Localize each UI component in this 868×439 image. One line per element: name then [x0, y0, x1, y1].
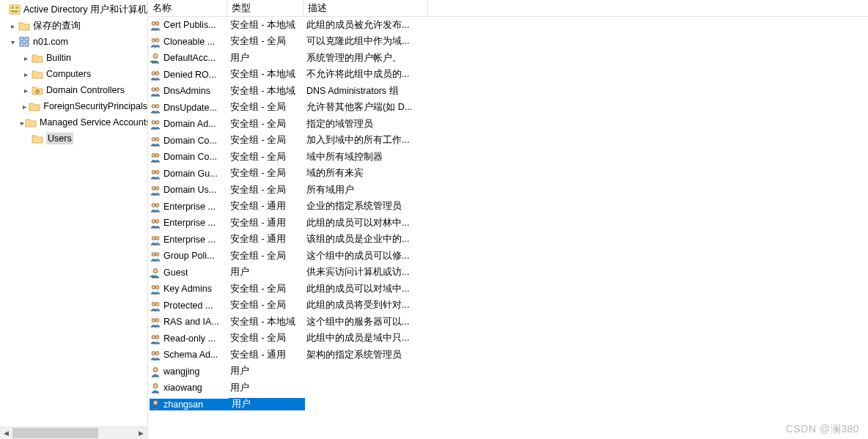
tree-item-label: n01.com [33, 37, 68, 47]
list-item-name: RAS and IA... [163, 317, 219, 327]
group-icon [150, 333, 161, 344]
list-item[interactable]: xiaowang用户 [148, 380, 868, 396]
list-item-type: 安全组 - 全局 [227, 283, 304, 295]
tree-item[interactable]: ▸Domain Controllers [0, 82, 147, 98]
list-item-description: 域中所有域控制器 [304, 151, 428, 163]
tree-item[interactable]: ▸Builtin [0, 50, 147, 66]
list-item[interactable]: Domain Gu...安全组 - 全局域的所有来宾 [148, 166, 868, 182]
list-item-description: 此组的成员可以对林中... [304, 217, 428, 229]
list-item[interactable]: DnsUpdate...安全组 - 全局允许替其他客户端(如 D... [148, 100, 868, 117]
list-item-name: Cloneable ... [163, 37, 215, 47]
list-item[interactable]: Enterprise ...安全组 - 通用该组的成员是企业中的... [148, 232, 868, 248]
app-root: Active Directory 用户和计算机▸保存的查询▾n01.com▸Bu… [0, 0, 868, 439]
group-icon [150, 19, 161, 31]
list-item[interactable]: Cloneable ...安全组 - 全局可以克隆此组中作为域... [148, 34, 868, 51]
group-icon [150, 168, 161, 180]
list-item[interactable]: Schema Ad...安全组 - 通用架构的指定系统管理员 [148, 347, 868, 364]
tree[interactable]: Active Directory 用户和计算机▸保存的查询▾n01.com▸Bu… [0, 0, 147, 147]
list-item[interactable]: Domain Ad...安全组 - 全局指定的域管理员 [148, 116, 868, 133]
tree-item[interactable]: ▸Computers [0, 66, 147, 82]
list-item-name: Enterprise ... [163, 218, 216, 228]
list-item-name: Guest [163, 268, 188, 278]
list-item-name: Enterprise ... [163, 235, 216, 245]
list-item-description: 此组的成员将受到针对... [304, 299, 428, 311]
list-item-name: Domain Ad... [163, 119, 216, 129]
list-item[interactable]: Domain Co...安全组 - 全局加入到域中的所有工作... [148, 133, 868, 150]
list-item-type: 安全组 - 通用 [227, 200, 304, 213]
ou-icon [32, 84, 43, 96]
list-item-type: 安全组 - 全局 [227, 134, 304, 147]
tree-item-label: Managed Service Accounts [40, 117, 148, 128]
list-item-name: Enterprise ... [163, 202, 216, 212]
column-headers[interactable]: 名称 类型 描述 [148, 0, 868, 17]
tree-item[interactable]: Active Directory 用户和计算机 [0, 1, 147, 18]
tree-horizontal-scrollbar[interactable]: ◀ ▶ [0, 427, 147, 439]
list-item[interactable]: Enterprise ...安全组 - 通用企业的指定系统管理员 [148, 199, 868, 215]
list-rows[interactable]: Cert Publis...安全组 - 本地域此组的成员被允许发布...Clon… [148, 17, 868, 413]
tree-item[interactable]: ▾n01.com [0, 34, 147, 50]
list-item[interactable]: Domain Us...安全组 - 全局所有域用户 [148, 182, 868, 199]
list-item[interactable]: Domain Co...安全组 - 全局域中所有域控制器 [148, 149, 868, 166]
scroll-left-button[interactable]: ◀ [0, 427, 12, 439]
list-item[interactable]: Group Poli...安全组 - 全局这个组中的成员可以修... [148, 248, 868, 265]
list-item[interactable]: DnsAdmins安全组 - 本地域DNS Administrators 组 [148, 83, 868, 100]
expand-icon[interactable]: ▸ [7, 21, 18, 31]
list-item[interactable]: RAS and IA...安全组 - 本地域这个组中的服务器可以... [148, 314, 868, 331]
column-header-type[interactable]: 类型 [227, 0, 304, 16]
collapse-icon[interactable]: ▾ [7, 37, 18, 47]
list-item-type: 安全组 - 全局 [227, 332, 304, 344]
scroll-thumb[interactable] [12, 428, 98, 438]
list-item[interactable]: wangjing用户 [148, 364, 868, 380]
list-item-type: 安全组 - 全局 [227, 250, 304, 262]
list-item-description: 系统管理的用户帐户。 [304, 52, 428, 64]
list-item[interactable]: Key Admins安全组 - 全局此组的成员可以对域中... [148, 281, 868, 298]
list-item-description: 架构的指定系统管理员 [304, 349, 428, 361]
expand-icon[interactable]: ▸ [21, 53, 31, 63]
column-header-name[interactable]: 名称 [148, 0, 227, 16]
list-item[interactable]: Enterprise ...安全组 - 通用此组的成员可以对林中... [148, 215, 868, 232]
tree-pane: Active Directory 用户和计算机▸保存的查询▾n01.com▸Bu… [0, 0, 148, 439]
user-icon [150, 366, 161, 377]
list-item-type: 安全组 - 全局 [227, 35, 304, 48]
list-item[interactable]: Guest用户供来宾访问计算机或访... [148, 265, 868, 281]
list-item-description: 允许替其他客户端(如 D... [304, 101, 428, 114]
list-item-name: DnsUpdate... [163, 103, 217, 113]
group-icon [150, 135, 161, 147]
folder-icon [18, 20, 30, 32]
tree-item[interactable]: Users [0, 130, 147, 147]
group-icon [150, 250, 161, 262]
tree-item-label: Active Directory 用户和计算机 [23, 4, 147, 16]
tree-item-label: Domain Controllers [46, 85, 125, 95]
list-item-description: 此组的成员被允许发布... [304, 19, 428, 32]
tree-item[interactable]: ▸Managed Service Accounts [0, 114, 147, 130]
list-item-name: wangjing [163, 366, 199, 377]
list-item[interactable]: Protected ...安全组 - 全局此组的成员将受到针对... [148, 298, 868, 314]
expand-icon[interactable]: ▸ [21, 101, 28, 111]
tree-item[interactable]: ▸保存的查询 [0, 18, 147, 34]
list-item-description: 这个组中的成员可以修... [304, 250, 428, 262]
expand-icon[interactable]: ▸ [21, 69, 31, 79]
list-item-description: 该组的成员是企业中的... [304, 233, 428, 246]
list-item[interactable]: DefaultAcc...用户系统管理的用户帐户。 [148, 50, 868, 67]
list-item[interactable]: Denied RO...安全组 - 本地域不允许将此组中成员的... [148, 67, 868, 84]
expand-icon[interactable]: ▸ [21, 117, 24, 128]
list-item-type: 安全组 - 本地域 [227, 68, 304, 81]
list-item-name: DnsAdmins [163, 86, 210, 96]
group-icon [150, 36, 161, 48]
list-item[interactable]: Read-only ...安全组 - 全局此组中的成员是域中只... [148, 331, 868, 347]
tree-item[interactable]: ▸ForeignSecurityPrincipals [0, 98, 147, 114]
list-item-type: 安全组 - 全局 [227, 167, 304, 180]
list-item-description: 指定的域管理员 [304, 118, 428, 130]
tree-item-label: ForeignSecurityPrincipals [43, 101, 147, 111]
scroll-track[interactable] [12, 427, 135, 439]
expand-icon[interactable]: ▸ [21, 85, 31, 95]
group-icon [150, 69, 161, 81]
scroll-right-button[interactable]: ▶ [135, 427, 147, 439]
user-arrow-icon [150, 267, 161, 278]
list-item-type: 用户 [229, 398, 305, 410]
list-item[interactable]: zhangsan用户 [148, 396, 868, 413]
list-item-name: zhangsan [163, 399, 203, 410]
list-item-description: 此组的成员可以对域中... [304, 283, 428, 295]
column-header-description[interactable]: 描述 [304, 0, 428, 16]
list-item[interactable]: Cert Publis...安全组 - 本地域此组的成员被允许发布... [148, 17, 868, 34]
